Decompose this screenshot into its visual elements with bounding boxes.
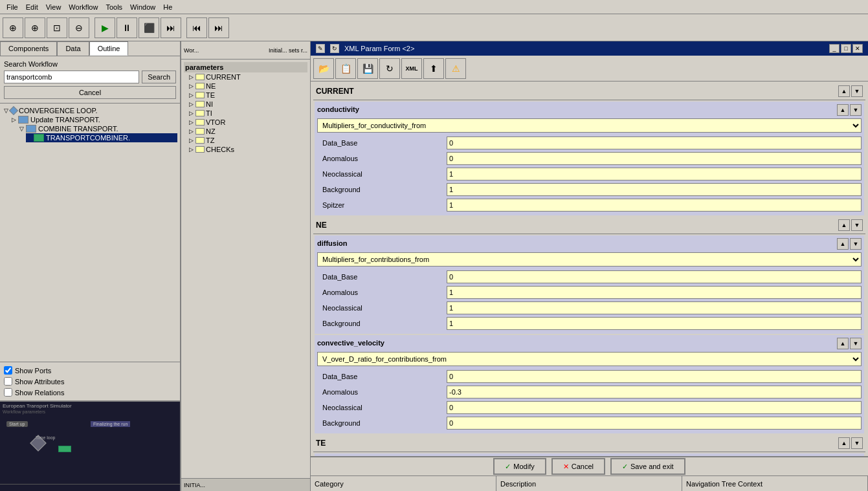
menu-file[interactable]: File bbox=[3, 2, 22, 12]
menu-edit[interactable]: Edit bbox=[22, 2, 42, 12]
conductivity-scroll-down[interactable]: ▼ bbox=[850, 104, 862, 116]
conv-vel-scroll-down[interactable]: ▼ bbox=[850, 338, 862, 349]
te-scroll-up[interactable]: ▲ bbox=[838, 437, 850, 449]
diffusion-ne-dropdown[interactable]: Multipliers_for_contributions_from bbox=[317, 252, 862, 267]
cv-neoclassical-input[interactable] bbox=[447, 401, 862, 414]
param-icon-current bbox=[195, 74, 205, 80]
minimize-button[interactable]: _ bbox=[829, 44, 840, 53]
tab-outline[interactable]: Outline bbox=[89, 41, 129, 56]
zoom-out-button[interactable]: ⊖ bbox=[69, 17, 89, 38]
selected-mini-node bbox=[58, 446, 71, 452]
ne-anomalous-input[interactable] bbox=[447, 286, 862, 299]
xml-tag-button[interactable]: XML bbox=[401, 58, 422, 79]
param-tz[interactable]: ▷ TZ bbox=[189, 136, 307, 145]
param-current[interactable]: ▷ CURRENT bbox=[189, 72, 307, 82]
cancel-form-button[interactable]: ✕ Cancel bbox=[551, 458, 605, 475]
tree-item-transport-combiner[interactable]: TRANSPORTCOMBINER. bbox=[26, 133, 177, 142]
current-neoclassical-input[interactable] bbox=[447, 168, 862, 180]
current-database-input[interactable] bbox=[447, 136, 862, 149]
te-title-bar: TE ▲ ▼ bbox=[313, 436, 865, 450]
menu-tools[interactable]: Tools bbox=[102, 2, 126, 12]
search-cancel-button[interactable]: Cancel bbox=[4, 86, 176, 99]
update-icon bbox=[18, 116, 28, 124]
ne-background-input[interactable] bbox=[447, 317, 862, 330]
current-anomalous-row: Anomalous bbox=[317, 151, 862, 166]
param-checks[interactable]: ▷ CHECKs bbox=[189, 145, 307, 154]
show-relations-checkbox[interactable]: Show Relations bbox=[4, 387, 176, 398]
conv-vel-dropdown[interactable]: V_over_D_ratio_for_contributions_from bbox=[317, 352, 862, 366]
xml-save-button[interactable]: 💾 bbox=[357, 58, 378, 79]
xml-form-window: ✎ ↻ XML Param Form <2> _ □ ✕ 📂 📋 💾 ↻ XML… bbox=[311, 41, 868, 491]
current-scroll-down[interactable]: ▼ bbox=[851, 85, 863, 97]
param-nz[interactable]: ▷ NZ bbox=[189, 127, 307, 136]
param-vtor[interactable]: ▷ VTOR bbox=[189, 118, 307, 127]
xml-open-button[interactable]: 📂 bbox=[313, 58, 334, 79]
maximize-button[interactable]: □ bbox=[841, 44, 851, 53]
zoom-in-alt-button[interactable]: ⊕ bbox=[25, 17, 45, 38]
conductivity-dropdown[interactable]: Multipliers_for_conductivity_from bbox=[317, 118, 862, 133]
param-ne[interactable]: ▷ NE bbox=[189, 82, 307, 91]
menu-window[interactable]: Window bbox=[126, 2, 159, 12]
stop-button[interactable]: ⬛ bbox=[139, 17, 159, 38]
tab-components[interactable]: Components bbox=[0, 41, 57, 56]
te-scroll-down[interactable]: ▼ bbox=[851, 437, 863, 449]
play-button[interactable]: ▶ bbox=[95, 17, 115, 38]
param-arrow-ne: ▷ bbox=[189, 83, 195, 89]
search-button[interactable]: Search bbox=[142, 71, 176, 83]
save-exit-button[interactable]: ✓ Save and exit bbox=[610, 458, 685, 475]
cv-background-input[interactable] bbox=[447, 417, 862, 430]
current-anomalous-input[interactable] bbox=[447, 152, 862, 165]
conductivity-section: conductivity ▲ ▼ Multipliers_for_conduct… bbox=[315, 102, 864, 215]
menu-bar: File Edit View Workflow Tools Window He bbox=[0, 0, 868, 14]
step-button[interactable]: ⏭ bbox=[161, 17, 181, 38]
pause-button[interactable]: ⏸ bbox=[117, 17, 137, 38]
fit-button[interactable]: ⊡ bbox=[47, 17, 67, 38]
param-ni[interactable]: ▷ NI bbox=[189, 100, 307, 109]
forward-button[interactable]: ⏭ bbox=[208, 17, 229, 38]
diffusion-ne-scroll-up[interactable]: ▲ bbox=[837, 238, 849, 250]
cv-database-input[interactable] bbox=[447, 370, 862, 383]
xml-warning-button[interactable]: ⚠ bbox=[445, 58, 466, 79]
diffusion-ne-scroll-down[interactable]: ▼ bbox=[850, 238, 862, 250]
param-te[interactable]: ▷ TE bbox=[189, 91, 307, 100]
xml-upload-button[interactable]: ⬆ bbox=[423, 58, 444, 79]
diffusion-ne-title: diffusion bbox=[317, 239, 347, 249]
ne-scroll-up[interactable]: ▲ bbox=[838, 219, 850, 231]
current-scroll-up[interactable]: ▲ bbox=[838, 85, 850, 97]
current-background-input[interactable] bbox=[447, 183, 862, 196]
tree-item-convergence[interactable]: ▽ CONVERGENCE LOOP. bbox=[3, 106, 177, 115]
xml-refresh-button[interactable]: ↻ bbox=[379, 58, 400, 79]
cv-background-label: Background bbox=[317, 419, 447, 427]
menu-workflow[interactable]: Workflow bbox=[65, 2, 102, 12]
modify-button[interactable]: ✓ Modify bbox=[493, 458, 546, 475]
close-button[interactable]: ✕ bbox=[852, 44, 863, 53]
show-ports-checkbox[interactable]: Show Ports bbox=[4, 365, 176, 376]
search-area: Search Workflow Search Cancel bbox=[0, 56, 180, 104]
current-spitzer-input[interactable] bbox=[447, 199, 862, 212]
ne-scroll-down[interactable]: ▼ bbox=[851, 219, 863, 231]
current-database-row: Data_Base bbox=[317, 135, 862, 151]
cv-anomalous-input[interactable] bbox=[447, 386, 862, 398]
xml-open2-button[interactable]: 📋 bbox=[335, 58, 356, 79]
menu-view[interactable]: View bbox=[42, 2, 65, 12]
param-arrow-vtor: ▷ bbox=[189, 119, 195, 125]
param-arrow-te: ▷ bbox=[189, 92, 195, 98]
current-divider bbox=[313, 100, 865, 100]
param-ti[interactable]: ▷ TI bbox=[189, 109, 307, 118]
search-input[interactable] bbox=[4, 71, 139, 83]
tree-item-combine-transport[interactable]: ▽ COMBINE TRANSPORT. bbox=[18, 124, 177, 133]
diffusion-ne-dropdown-row: Multipliers_for_contributions_from bbox=[317, 250, 862, 269]
te-label: TE bbox=[316, 439, 326, 448]
zoom-in-button[interactable]: ⊕ bbox=[3, 17, 23, 38]
workflow-tree: ▽ CONVERGENCE LOOP. ▷ Update TRANSPORT. … bbox=[0, 104, 180, 362]
tree-item-update-transport[interactable]: ▷ Update TRANSPORT. bbox=[10, 115, 177, 124]
menu-help[interactable]: He bbox=[159, 2, 176, 12]
back-button[interactable]: ⏮ bbox=[186, 17, 207, 38]
ne-neoclassical-input[interactable] bbox=[447, 301, 862, 314]
current-database-label: Data_Base bbox=[317, 139, 447, 147]
conductivity-scroll-up[interactable]: ▲ bbox=[837, 104, 849, 116]
ne-database-input[interactable] bbox=[447, 270, 862, 283]
conv-vel-scroll-up[interactable]: ▲ bbox=[837, 338, 849, 349]
show-attributes-checkbox[interactable]: Show Attributes bbox=[4, 376, 176, 387]
tab-data[interactable]: Data bbox=[57, 41, 89, 56]
